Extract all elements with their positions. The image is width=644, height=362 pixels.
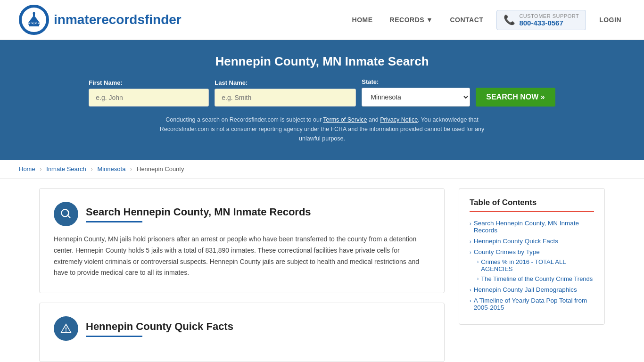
quick-facts-underline: [86, 336, 142, 337]
logo-icon: [19, 5, 49, 35]
quick-facts-header: Hennepin County Quick Facts: [54, 316, 430, 341]
quick-facts-section: Hennepin County Quick Facts: [39, 303, 445, 362]
main-content: Search Hennepin County, MN Inmate Record…: [20, 179, 624, 362]
toc-item: › Hennepin County Jail Demographics: [470, 286, 594, 293]
toc-link-crimes-2016[interactable]: › Crimes % in 2016 - TOTAL ALL AGENCIES: [477, 258, 594, 272]
svg-rect-10: [36, 22, 37, 24]
breadcrumb-home[interactable]: Home: [19, 165, 35, 173]
nav-contact[interactable]: CONTACT: [446, 14, 487, 26]
chevron-down-icon: ▼: [426, 16, 433, 24]
privacy-link[interactable]: Privacy Notice: [380, 116, 418, 123]
chevron-icon: ›: [470, 287, 471, 293]
hero-title: Hennepin County, MN Inmate Search: [19, 54, 625, 69]
toc-item: › Search Hennepin County, MN Inmate Reco…: [470, 220, 594, 234]
quick-facts-icon: [54, 316, 78, 341]
chevron-icon: ›: [477, 276, 479, 281]
toc-title: Table of Contents: [470, 198, 594, 207]
chevron-icon: ›: [470, 221, 471, 226]
capitol-building-icon: [25, 11, 42, 28]
search-section-icon: [54, 202, 78, 226]
content-left: Search Hennepin County, MN Inmate Record…: [39, 188, 459, 362]
toc-sublist: › Crimes % in 2016 - TOTAL ALL AGENCIES …: [470, 258, 594, 282]
chevron-icon: ›: [477, 259, 479, 264]
last-name-input[interactable]: [215, 89, 356, 107]
toc-sub-item: › Crimes % in 2016 - TOTAL ALL AGENCIES: [477, 258, 594, 272]
svg-rect-9: [33, 22, 34, 25]
content-right: Table of Contents › Search Hennepin Coun…: [459, 188, 605, 362]
search-records-body: Hennepin County, MN jails hold prisoners…: [54, 234, 430, 279]
search-records-header: Search Hennepin County, MN Inmate Record…: [54, 202, 430, 226]
svg-rect-0: [29, 25, 39, 26]
toc-link-yearly-data[interactable]: › A Timeline of Yearly Data Pop Total fr…: [470, 297, 594, 311]
toc-list: › Search Hennepin County, MN Inmate Reco…: [470, 220, 594, 311]
chevron-icon: ›: [470, 298, 471, 304]
toc-item: › County Crimes by Type › Crimes % in 20…: [470, 248, 594, 282]
nav-login[interactable]: LOGIN: [595, 14, 625, 26]
search-icon: [60, 208, 72, 220]
quick-facts-title: Hennepin County Quick Facts: [86, 321, 233, 333]
first-name-label: First Name:: [89, 79, 123, 86]
state-select[interactable]: Minnesota Alabama Alaska Arizona Arkansa…: [362, 88, 470, 107]
disclaimer-text: Conducting a search on Recordsfinder.com…: [152, 115, 492, 143]
chevron-icon: ›: [470, 249, 471, 255]
state-group: State: Minnesota Alabama Alaska Arizona …: [362, 78, 470, 107]
toc-link-search[interactable]: › Search Hennepin County, MN Inmate Reco…: [470, 220, 594, 234]
terms-link[interactable]: Terms of Service: [323, 116, 367, 123]
svg-point-7: [33, 12, 35, 15]
search-form: First Name: Last Name: State: Minnesota …: [19, 78, 625, 107]
nav-records[interactable]: RECORDS ▼: [386, 14, 437, 26]
last-name-group: Last Name:: [215, 79, 356, 107]
toc-link-timeline[interactable]: › The Timeline of the County Crime Trend…: [477, 275, 594, 282]
main-nav: HOME RECORDS ▼ CONTACT 📞 CUSTOMER SUPPOR…: [348, 10, 625, 30]
support-label: CUSTOMER SUPPORT: [519, 13, 579, 19]
breadcrumb-minnesota[interactable]: Minnesota: [97, 165, 125, 173]
first-name-input[interactable]: [89, 89, 209, 107]
breadcrumb-current: Hennepin County: [137, 165, 184, 173]
toc-item: › A Timeline of Yearly Data Pop Total fr…: [470, 297, 594, 311]
search-records-title: Search Hennepin County, MN Inmate Record…: [86, 206, 311, 218]
chevron-icon: ›: [470, 239, 471, 244]
alert-icon: [60, 322, 72, 335]
last-name-label: Last Name:: [215, 79, 248, 86]
phone-icon: 📞: [504, 14, 515, 25]
svg-rect-8: [31, 22, 32, 24]
toc-divider: [470, 211, 594, 212]
site-header: inmaterecordsfinder HOME RECORDS ▼ CONTA…: [0, 0, 644, 40]
logo-area: inmaterecordsfinder: [19, 5, 182, 35]
title-underline: [86, 221, 142, 222]
support-box: 📞 CUSTOMER SUPPORT 800-433-0567: [496, 10, 586, 30]
toc-sub-item: › The Timeline of the County Crime Trend…: [477, 275, 594, 282]
hero-section: Hennepin County, MN Inmate Search First …: [0, 40, 644, 160]
nav-home[interactable]: HOME: [348, 14, 377, 26]
toc-link-quick-facts[interactable]: › Hennepin County Quick Facts: [470, 238, 594, 245]
toc-link-crimes-type[interactable]: › County Crimes by Type: [470, 248, 594, 255]
breadcrumb-inmate-search[interactable]: Inmate Search: [46, 165, 86, 173]
svg-marker-5: [28, 15, 40, 23]
breadcrumb: Home › Inmate Search › Minnesota › Henne…: [0, 160, 644, 179]
logo-text: inmaterecordsfinder: [54, 12, 182, 27]
first-name-group: First Name:: [89, 79, 209, 107]
search-button[interactable]: SEARCH NOW »: [476, 88, 555, 107]
toc-card: Table of Contents › Search Hennepin Coun…: [459, 188, 605, 325]
state-label: State:: [362, 78, 379, 85]
search-records-section: Search Hennepin County, MN Inmate Record…: [39, 188, 445, 293]
toc-item: › Hennepin County Quick Facts: [470, 238, 594, 245]
support-phone: 800-433-0567: [519, 19, 579, 27]
toc-link-demographics[interactable]: › Hennepin County Jail Demographics: [470, 286, 594, 293]
